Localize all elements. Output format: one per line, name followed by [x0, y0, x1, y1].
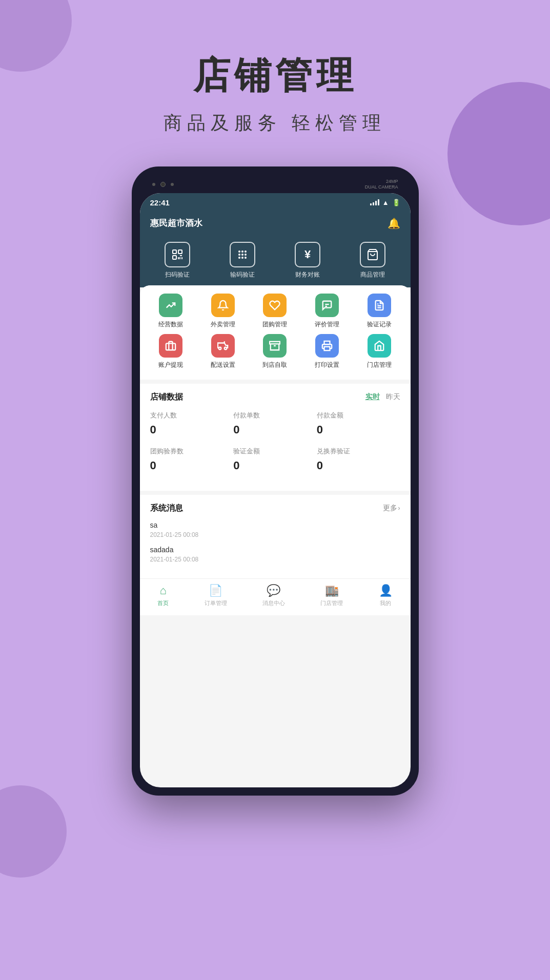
main-content: 经营数据 外卖管理	[140, 285, 411, 615]
svg-rect-27	[324, 346, 330, 350]
top-nav: 扫码验证 输码验证 ¥ 财务对账	[140, 238, 411, 287]
menu-item-print[interactable]: 打印设置	[304, 334, 350, 369]
sys-messages-header: 系统消息 更多 ›	[150, 503, 400, 514]
svg-point-9	[241, 251, 243, 253]
code-icon	[230, 242, 255, 267]
page-title: 店铺管理	[0, 51, 550, 100]
svg-rect-25	[270, 341, 280, 344]
menu-label-store-mgmt: 门店管理	[367, 361, 392, 369]
menu-label-group: 团购管理	[262, 320, 287, 329]
stat-group-verify: 团购验券数 0	[150, 447, 234, 472]
tab-yesterday[interactable]: 昨天	[386, 392, 400, 402]
system-messages-section: 系统消息 更多 › sa 2021-01-25 00:08 sadada 202…	[140, 495, 411, 578]
stat-label-orders: 付款单数	[233, 411, 317, 420]
camera-label: 24MPDUAL CAMERA	[365, 179, 398, 190]
message-item-0[interactable]: sa 2021-01-25 00:08	[150, 521, 400, 538]
nav-item-products[interactable]: 商品管理	[360, 242, 385, 279]
stat-payers: 支付人数 0	[150, 411, 234, 436]
store-nav-icon: 🏬	[325, 584, 339, 597]
phone-frame: 24MPDUAL CAMERA 22:41 ▲ 🔋	[132, 166, 419, 796]
bottom-nav-store[interactable]: 🏬 门店管理	[320, 584, 343, 607]
nav-item-code[interactable]: 输码验证	[230, 242, 255, 279]
menu-item-group[interactable]: 团购管理	[252, 294, 298, 329]
camera-lens	[160, 182, 166, 187]
svg-point-12	[241, 254, 243, 256]
menu-item-sales[interactable]: 经营数据	[148, 294, 194, 329]
bottom-nav: ⌂ 首页 📄 订单管理 💬 消息中心 🏬 门店管理	[140, 578, 411, 615]
message-title-0: sa	[150, 521, 400, 529]
menu-label-pickup: 到店自取	[262, 361, 287, 369]
verify-icon	[368, 294, 391, 317]
message-item-1[interactable]: sadada 2021-01-25 00:08	[150, 546, 400, 563]
menu-label-verify: 验证记录	[367, 320, 392, 329]
stat-label-coupon-verify: 兑换券验证	[317, 447, 400, 456]
bg-decoration-circle-bl	[0, 785, 67, 878]
svg-point-10	[245, 251, 247, 253]
bottom-nav-label-home: 首页	[157, 599, 169, 607]
stat-coupon-verify: 兑换券验证 0	[317, 447, 400, 472]
stat-value-verify-amount: 0	[233, 459, 317, 472]
more-link[interactable]: 更多 ›	[383, 504, 400, 513]
messages-icon: 💬	[267, 584, 280, 597]
menu-item-store-mgmt[interactable]: 门店管理	[356, 334, 402, 369]
notification-bell-icon[interactable]: 🔔	[388, 217, 400, 230]
stat-value-payers: 0	[150, 423, 234, 436]
more-label: 更多	[383, 504, 397, 513]
nav-label-scan: 扫码验证	[165, 270, 190, 279]
profile-icon: 👤	[379, 584, 393, 597]
menu-item-delivery[interactable]: 外卖管理	[200, 294, 246, 329]
signal-icon	[370, 199, 379, 205]
menu-item-withdraw[interactable]: 账户提现	[148, 334, 194, 369]
menu-row-2: 账户提现	[145, 334, 405, 369]
app-header-title: 惠民超市酒水	[150, 217, 202, 229]
message-title-1: sadada	[150, 546, 400, 554]
nav-label-products: 商品管理	[360, 270, 385, 279]
store-data-header: 店铺数据 实时 昨天	[150, 392, 400, 403]
menu-item-pickup[interactable]: 到店自取	[252, 334, 298, 369]
bottom-nav-label-profile: 我的	[380, 599, 391, 607]
bottom-nav-label-messages: 消息中心	[262, 599, 285, 607]
menu-item-review[interactable]: 评价管理	[304, 294, 350, 329]
bottom-nav-label-store: 门店管理	[320, 599, 343, 607]
orders-icon: 📄	[209, 584, 222, 597]
svg-point-11	[238, 254, 240, 256]
print-icon	[315, 334, 339, 358]
menu-label-withdraw: 账户提现	[158, 361, 183, 369]
menu-item-shipping[interactable]: 配送设置	[200, 334, 246, 369]
message-time-0: 2021-01-25 00:08	[150, 531, 400, 538]
status-icons: ▲ 🔋	[370, 199, 400, 206]
bottom-nav-messages[interactable]: 💬 消息中心	[262, 584, 285, 607]
svg-point-8	[238, 251, 240, 253]
stat-value-orders: 0	[233, 423, 317, 436]
bottom-nav-home[interactable]: ⌂ 首页	[157, 584, 169, 607]
stat-label-group-verify: 团购验券数	[150, 447, 234, 456]
phone-wrapper: 24MPDUAL CAMERA 22:41 ▲ 🔋	[0, 166, 550, 796]
stat-orders: 付款单数 0	[233, 411, 317, 436]
stat-label-amount: 付款金额	[317, 411, 400, 420]
sys-messages-title: 系统消息	[150, 503, 183, 514]
store-mgmt-icon	[368, 334, 391, 358]
home-icon: ⌂	[160, 584, 167, 597]
review-icon	[315, 294, 339, 317]
store-data-title: 店铺数据	[150, 392, 183, 403]
svg-point-24	[225, 347, 227, 349]
menu-item-verify[interactable]: 验证记录	[356, 294, 402, 329]
stats-row-2: 团购验券数 0 验证金额 0 兑换券验证 0	[150, 447, 400, 472]
stat-verify-amount: 验证金额 0	[233, 447, 317, 472]
bottom-nav-orders[interactable]: 📄 订单管理	[205, 584, 227, 607]
menu-row-1: 经营数据 外卖管理	[145, 294, 405, 329]
pickup-icon	[263, 334, 287, 358]
bottom-nav-profile[interactable]: 👤 我的	[379, 584, 393, 607]
wifi-icon: ▲	[382, 199, 389, 206]
shipping-icon	[211, 334, 235, 358]
stat-label-verify-amount: 验证金额	[233, 447, 317, 456]
status-bar: 22:41 ▲ 🔋	[140, 193, 411, 211]
camera-dot2	[171, 183, 174, 186]
tab-realtime[interactable]: 实时	[365, 392, 380, 402]
nav-item-scan[interactable]: 扫码验证	[165, 242, 190, 279]
nav-item-finance[interactable]: ¥ 财务对账	[295, 242, 320, 279]
camera-dot	[152, 183, 155, 186]
stat-amount: 付款金额 0	[317, 411, 400, 436]
svg-point-14	[238, 257, 240, 259]
more-chevron-icon: ›	[398, 505, 400, 512]
